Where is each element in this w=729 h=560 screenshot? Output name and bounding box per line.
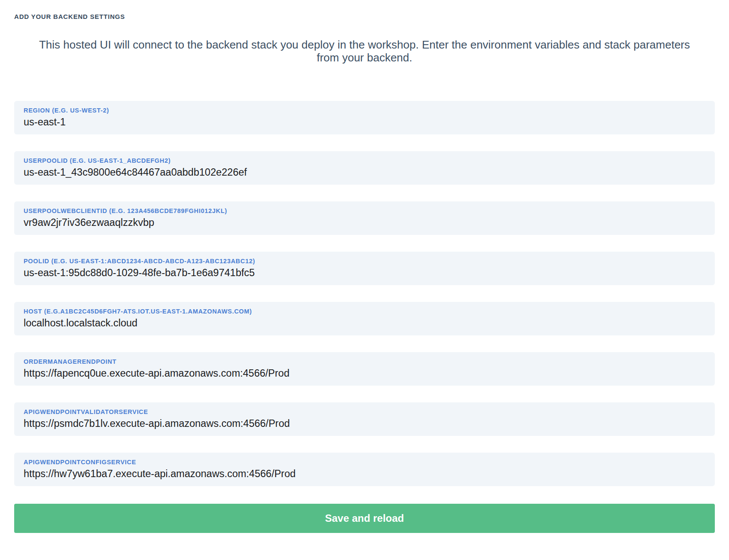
- userpoolwebclientid-label: USERPOOLWEBCLIENTID (E.G. 123A456BCDE789…: [24, 207, 705, 214]
- page-title: ADD YOUR BACKEND SETTINGS: [14, 13, 715, 20]
- userpoolid-input[interactable]: [24, 165, 705, 179]
- host-label: HOST (E.G.A1BC2C45D6FGH7-ATS.IOT.US-EAST…: [24, 308, 705, 315]
- field-region: REGION (E.G. US-WEST-2): [14, 101, 715, 134]
- page-description: This hosted UI will connect to the backe…: [30, 38, 699, 64]
- save-and-reload-button[interactable]: Save and reload: [14, 504, 715, 533]
- backend-settings-page: ADD YOUR BACKEND SETTINGS This hosted UI…: [0, 0, 729, 560]
- apigwendpointconfigservice-input[interactable]: [24, 467, 705, 481]
- apigwendpointconfigservice-label: APIGWENDPOINTCONFIGSERVICE: [24, 459, 705, 466]
- field-poolid: POOLID (E.G. US-EAST-1:ABCD1234-ABCD-ABC…: [14, 252, 715, 285]
- field-apigwendpointconfigservice: APIGWENDPOINTCONFIGSERVICE: [14, 453, 715, 486]
- apigwendpointvalidatorservice-label: APIGWENDPOINTVALIDATORSERVICE: [24, 408, 705, 415]
- userpoolid-label: USERPOOLID (E.G. US-EAST-1_ABCDEFGH2): [24, 157, 705, 164]
- poolid-input[interactable]: [24, 266, 705, 280]
- apigwendpointvalidatorservice-input[interactable]: [24, 417, 705, 430]
- field-ordermanagerendpoint: ORDERMANAGERENDPOINT: [14, 352, 715, 386]
- field-apigwendpointvalidatorservice: APIGWENDPOINTVALIDATORSERVICE: [14, 402, 715, 436]
- settings-form: REGION (E.G. US-WEST-2) USERPOOLID (E.G.…: [14, 101, 715, 486]
- region-label: REGION (E.G. US-WEST-2): [24, 107, 705, 114]
- userpoolwebclientid-input[interactable]: [24, 216, 705, 229]
- ordermanagerendpoint-input[interactable]: [24, 366, 705, 380]
- field-userpoolid: USERPOOLID (E.G. US-EAST-1_ABCDEFGH2): [14, 151, 715, 185]
- poolid-label: POOLID (E.G. US-EAST-1:ABCD1234-ABCD-ABC…: [24, 258, 705, 265]
- ordermanagerendpoint-label: ORDERMANAGERENDPOINT: [24, 358, 705, 365]
- field-userpoolwebclientid: USERPOOLWEBCLIENTID (E.G. 123A456BCDE789…: [14, 201, 715, 235]
- host-input[interactable]: [24, 316, 705, 330]
- region-input[interactable]: [24, 115, 705, 129]
- field-host: HOST (E.G.A1BC2C45D6FGH7-ATS.IOT.US-EAST…: [14, 302, 715, 335]
